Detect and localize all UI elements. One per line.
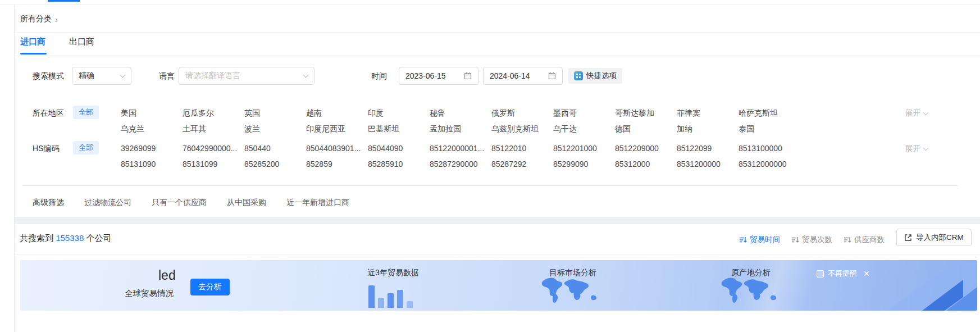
hs-code-item[interactable]: 85285200 [244, 160, 306, 169]
chevron-down-icon [923, 145, 929, 151]
hs-code-item[interactable]: 8531200000 [677, 160, 739, 169]
analyze-button[interactable]: 去分析 [190, 279, 230, 295]
time-label: 时间 [371, 71, 387, 81]
sort-label: 贸易次数 [802, 235, 832, 245]
hs-code-item[interactable]: 8513100000 [739, 144, 800, 153]
sort-trade-count[interactable]: 贸易次数 [791, 235, 832, 245]
region-item[interactable]: 乌克兰 [121, 124, 183, 134]
start-date-input[interactable]: 2023-06-15 [399, 67, 478, 85]
sort-bar: 贸易时间 贸易次数 供应商数 [739, 235, 885, 245]
region-item[interactable]: 俄罗斯 [491, 108, 553, 119]
world-map-icon [720, 276, 785, 308]
region-all-tag[interactable]: 全部 [73, 106, 99, 119]
sort-label: 供应商数 [854, 235, 885, 245]
filter-new-importers[interactable]: 近一年新增进口商 [286, 198, 349, 208]
hs-code-item[interactable]: 8512201000 [553, 144, 615, 153]
region-label: 所在地区 [33, 108, 64, 119]
world-map-icon [540, 276, 605, 308]
filter-single-supplier[interactable]: 只有一个供应商 [152, 198, 207, 208]
language-select[interactable]: 请选择翻译语言 [179, 67, 314, 85]
tab-exporter[interactable]: 出口商 [69, 37, 94, 47]
trade-analysis-banner: led 全球贸易情况 去分析 近3年贸易数据 目标市场分析 原产地分析 [20, 260, 977, 311]
region-item[interactable]: 波兰 [244, 124, 306, 134]
region-item[interactable]: 厄瓜多尔 [183, 108, 244, 119]
banner-subtitle: 全球贸易情况 [125, 288, 174, 299]
filter-from-china[interactable]: 从中国采购 [227, 198, 266, 208]
search-mode-select[interactable]: 精确 [72, 67, 131, 85]
region-item[interactable]: 菲律宾 [677, 108, 739, 119]
region-item[interactable]: 哈萨克斯坦 [739, 108, 800, 119]
hs-code-item[interactable]: 85044090 [368, 144, 430, 153]
region-item[interactable]: 乌兹别克斯坦 [491, 124, 553, 134]
hs-code-item[interactable]: 85285910 [368, 160, 430, 169]
region-expand-toggle[interactable]: 展开 [905, 108, 928, 119]
hs-code-item[interactable]: 8512209000 [615, 144, 677, 153]
hs-expand-toggle[interactable]: 展开 [905, 144, 928, 154]
hs-code-item[interactable]: 39269099 [121, 144, 183, 153]
region-item[interactable]: 乌干达 [553, 124, 615, 134]
hs-code-item[interactable]: 85122099 [677, 144, 739, 153]
expand-label: 展开 [905, 144, 920, 154]
hs-code-item[interactable]: 85044083901... [306, 144, 368, 153]
chevron-down-icon [303, 72, 309, 78]
hs-code-item[interactable]: 85131090 [121, 160, 183, 169]
end-date-input[interactable]: 2024-06-14 [483, 67, 563, 85]
search-mode-value: 精确 [79, 71, 94, 81]
calendar-icon [548, 72, 556, 80]
end-date-value: 2024-06-14 [490, 71, 530, 80]
dismiss-label: 不再提醒 [828, 269, 857, 279]
region-item[interactable]: 英国 [244, 108, 306, 119]
region-item[interactable]: 土耳其 [183, 124, 244, 134]
hs-code-item[interactable]: 850440 [244, 144, 306, 153]
region-item[interactable]: 秘鲁 [430, 108, 491, 119]
region-item[interactable]: 印度 [368, 108, 430, 119]
import-crm-button[interactable]: 导入内部CRM [896, 229, 972, 246]
close-icon[interactable]: ✕ [863, 269, 870, 278]
region-item[interactable]: 越南 [306, 108, 368, 119]
language-label: 语言 [159, 71, 175, 81]
quick-options-button[interactable]: 快捷选项 [568, 68, 622, 84]
hs-code-item[interactable]: 85287290000 [430, 160, 491, 169]
hs-code-label: HS编码 [33, 144, 59, 154]
hs-code-item[interactable]: 852859 [306, 160, 368, 169]
divider [15, 32, 980, 33]
hs-code-item[interactable]: 85312000000 [739, 160, 800, 169]
region-item[interactable]: 德国 [615, 124, 677, 134]
sort-trade-time[interactable]: 贸易时间 [739, 235, 780, 245]
region-row-2: 乌克兰 土耳其 波兰 印度尼西亚 巴基斯坦 孟加拉国 乌兹别克斯坦 乌干达 德国… [121, 124, 800, 134]
result-count-line: 共搜索到 155338 个公司 [20, 233, 111, 244]
tab-importer[interactable]: 进口商 [20, 37, 45, 47]
filter-logistics[interactable]: 过滤物流公司 [84, 198, 131, 208]
category-breadcrumb[interactable]: 所有分类 › [20, 14, 58, 24]
region-item[interactable]: 巴基斯坦 [368, 124, 430, 134]
region-item[interactable]: 孟加拉国 [430, 124, 491, 134]
region-item[interactable]: 印度尼西亚 [306, 124, 368, 134]
hs-code-item[interactable]: 85122010 [491, 144, 553, 153]
region-item[interactable]: 哥斯达黎加 [615, 108, 677, 119]
region-item[interactable]: 墨西哥 [553, 108, 615, 119]
region-item[interactable]: 美国 [121, 108, 183, 119]
hs-code-item[interactable]: 85122000001... [430, 144, 491, 153]
sort-icon [791, 236, 799, 244]
trade-bar [378, 298, 384, 308]
region-item[interactable]: 加纳 [677, 124, 739, 134]
sort-supplier-count[interactable]: 供应商数 [844, 235, 885, 245]
category-label: 所有分类 [20, 14, 52, 24]
hs-code-item[interactable]: 76042990000... [183, 144, 244, 153]
trade-bar-chart [368, 282, 413, 308]
hs-row-2: 85131090 85131099 85285200 852859 852859… [121, 160, 800, 169]
hs-code-item[interactable]: 85287292 [491, 160, 553, 169]
hs-all-tag[interactable]: 全部 [73, 141, 99, 154]
import-crm-label: 导入内部CRM [916, 233, 964, 243]
dismiss-checkbox[interactable] [817, 270, 824, 278]
banner-section-trade-title: 近3年贸易数据 [367, 268, 419, 278]
hs-code-item[interactable]: 85131099 [183, 160, 244, 169]
hs-code-item[interactable]: 85299090 [553, 160, 615, 169]
divider [0, 4, 980, 5]
export-icon [904, 234, 912, 242]
region-item[interactable]: 泰国 [739, 124, 800, 134]
divider [15, 56, 980, 56]
banner-arrow-decoration [870, 260, 977, 311]
hs-code-item[interactable]: 85312000 [615, 160, 677, 169]
quick-options-label: 快捷选项 [586, 71, 617, 81]
